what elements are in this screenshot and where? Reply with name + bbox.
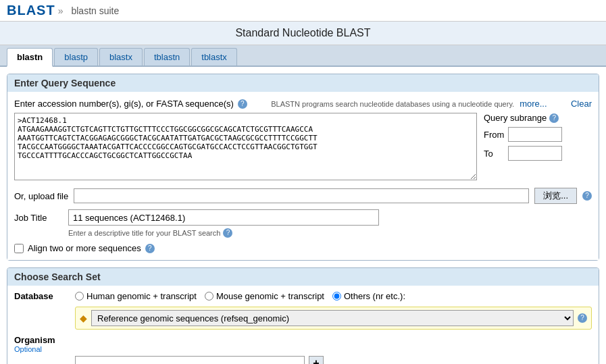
radio-mouse-label[interactable]: Mouse genomic + transcript [205,291,324,301]
organism-label: Organism [14,335,68,345]
radio-mouse[interactable] [205,292,213,301]
organism-optional: Optional [14,345,68,353]
upload-label: Or, upload file [14,191,68,201]
query-label-text: Enter accession number(s), gi(s), or FAS… [14,99,234,109]
tab-blastx[interactable]: blastx [99,48,143,66]
db-select-info-icon[interactable]: ? [578,313,587,323]
radio-others-label[interactable]: Others (nr etc.): [332,291,405,301]
sequence-textarea[interactable]: >ACT12468.1 ATGAAGAAAGGTCTGTCAGTTCTGTTGC… [14,113,477,180]
organism-input[interactable] [75,356,305,364]
browse-button[interactable]: 浏览... [534,188,577,204]
radio-others-text: Others (nr etc.): [344,291,405,301]
main-content: Enter Query Sequence Enter accession num… [0,67,606,364]
query-section-header: Enter Query Sequence [7,74,599,92]
upload-input[interactable] [74,188,529,203]
search-set-body: Database Human genomic + transcript Mous… [7,286,599,364]
upload-info-icon[interactable]: ? [582,191,592,201]
search-set-header: Choose Search Set [7,268,599,286]
job-title-row: Job Title [14,209,592,226]
subrange-to-row: To [484,146,592,161]
job-hint: Enter a descriptive title for your BLAST… [68,228,592,238]
page-title: Standard Nucleotide BLAST [0,22,606,45]
search-set-section: Choose Search Set Database Human genomic… [7,267,599,364]
blast-logo: BLAST [7,3,55,18]
radio-human-label[interactable]: Human genomic + transcript [75,291,197,301]
radio-mouse-text: Mouse genomic + transcript [216,291,324,301]
diamond-icon: ◆ [80,313,87,323]
subrange-from-row: From [484,127,592,142]
query-section-body: Enter accession number(s), gi(s), or FAS… [7,92,599,260]
align-label: Align two or more sequences [28,243,141,253]
radio-human[interactable] [75,292,84,301]
query-top-row: >ACT12468.1 ATGAAGAAAGGTCTGTCAGTTCTGTTGC… [14,113,592,182]
from-input[interactable] [508,127,562,142]
job-hint-icon[interactable]: ? [223,228,232,238]
align-row: Align two or more sequences ? [14,243,592,253]
query-section: Enter Query Sequence Enter accession num… [7,74,599,261]
tab-tblastn[interactable]: tblastn [144,48,190,66]
radio-human-text: Human genomic + transcript [86,291,197,301]
app-header: BLAST » blastn suite [0,0,606,22]
organism-row: Organism Optional + Enter WGS Project na… [14,335,592,364]
tab-bar: blastn blastp blastx tblastn tblastx [0,45,606,67]
to-label: To [484,149,504,159]
organism-add-button[interactable]: + [309,356,324,364]
align-checkbox[interactable] [14,244,24,253]
breadcrumb-separator: » [58,5,64,16]
subrange-label: Query subrange ? [484,113,592,123]
tab-tblastx[interactable]: tblastx [191,48,237,66]
align-info-icon[interactable]: ? [145,244,155,253]
org-input-row: + [75,356,592,364]
tab-blastn[interactable]: blastn [7,48,53,67]
org-label-col: Organism Optional [14,335,68,353]
job-title-label: Job Title [14,213,63,223]
clear-link[interactable]: Clear [571,99,592,109]
suite-breadcrumb: blastn suite [71,5,119,16]
db-select-row: ◆ Reference genomic sequences (refseq_ge… [75,307,592,330]
radio-others[interactable] [332,292,341,301]
tab-blastp[interactable]: blastp [54,48,98,66]
more-link[interactable]: more... [520,99,547,109]
subrange-fields: From To [484,127,592,161]
to-input[interactable] [508,146,562,161]
query-left: >ACT12468.1 ATGAAGAAAGGTCTGTCAGTTCTGTTGC… [14,113,477,182]
blastn-note-text: BLASTN programs search nucleotide databa… [271,100,514,108]
database-label: Database [14,291,68,301]
from-label: From [484,130,504,140]
org-label-row: Organism Optional [14,335,592,353]
job-title-input[interactable] [68,209,379,226]
database-radio-options: Human genomic + transcript Mouse genomic… [75,291,405,301]
query-right: Query subrange ? From To [484,113,592,182]
upload-row: Or, upload file 浏览... ? [14,188,592,204]
db-select[interactable]: Reference genomic sequences (refseq_geno… [91,310,574,326]
subrange-info-icon[interactable]: ? [549,113,559,123]
query-info-icon[interactable]: ? [238,99,247,109]
database-row: Database Human genomic + transcript Mous… [14,291,592,301]
